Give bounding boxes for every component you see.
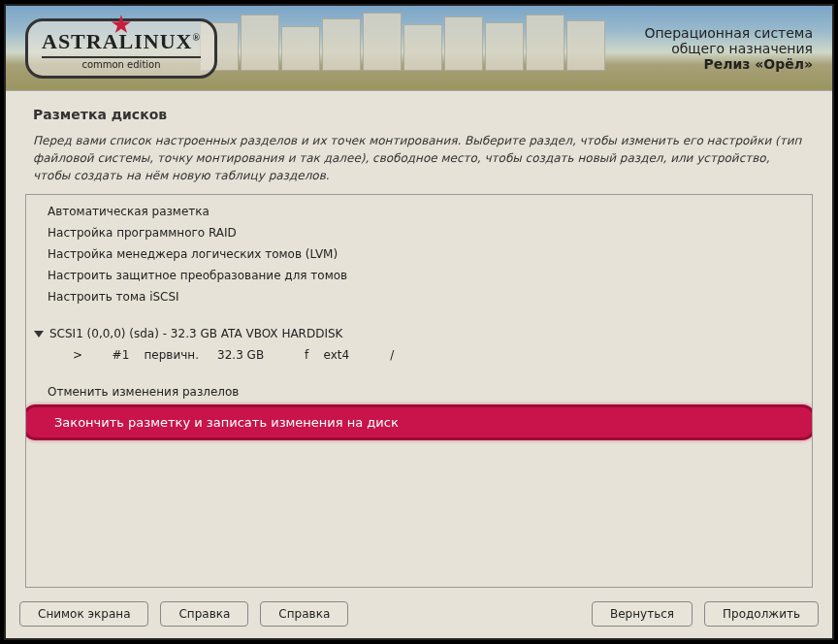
logo-sub: common edition	[42, 56, 201, 70]
menu-configure-encrypted[interactable]: Настроить защитное преобразование для то…	[26, 265, 812, 286]
menu-configure-lvm[interactable]: Настройка менеджера логических томов (LV…	[26, 243, 812, 265]
menu-configure-raid[interactable]: Настройка программного RAID	[26, 222, 812, 243]
disk-label: SCSI1 (0,0,0) (sda) - 32.3 GB ATA VBOX H…	[49, 327, 342, 340]
menu-auto-partition[interactable]: Автоматическая разметка	[26, 201, 812, 222]
menu-configure-iscsi[interactable]: Настроить тома iSCSI	[26, 286, 812, 307]
description-text: Перед вами список настроенных разделов и…	[25, 132, 813, 194]
page-title: Разметка дисков	[25, 101, 813, 132]
header-text: Операционная система общего назначения Р…	[644, 25, 813, 72]
disk-entry[interactable]: SCSI1 (0,0,0) (sda) - 32.3 GB ATA VBOX H…	[26, 323, 812, 344]
screenshot-button[interactable]: Снимок экрана	[19, 601, 148, 627]
help-button-1[interactable]: Справка	[160, 601, 248, 627]
expand-triangle-icon	[34, 331, 44, 338]
partition-list: Автоматическая разметка Настройка програ…	[25, 194, 813, 588]
highlight-annotation: Закончить разметку и записать изменения …	[25, 404, 813, 440]
help-button-2[interactable]: Справка	[260, 601, 348, 627]
continue-button[interactable]: Продолжить	[704, 601, 819, 627]
menu-undo-changes[interactable]: Отменить изменения разлелов	[26, 381, 812, 402]
header-banner: ★ ASTRALINUX® common edition Операционна…	[6, 6, 832, 91]
installer-window: ★ ASTRALINUX® common edition Операционна…	[4, 4, 834, 640]
menu-finish-partitioning[interactable]: Закончить разметку и записать изменения …	[25, 404, 813, 440]
logo: ★ ASTRALINUX® common edition	[25, 18, 217, 79]
star-icon: ★	[110, 10, 132, 39]
partition-entry[interactable]: > #1 первичн. 32.3 GB f ext4 /	[26, 344, 812, 366]
content-area: Разметка дисков Перед вами список настро…	[6, 91, 832, 592]
footer-buttons: Снимок экрана Справка Справка Вернуться …	[6, 592, 832, 638]
back-button[interactable]: Вернуться	[592, 601, 693, 627]
